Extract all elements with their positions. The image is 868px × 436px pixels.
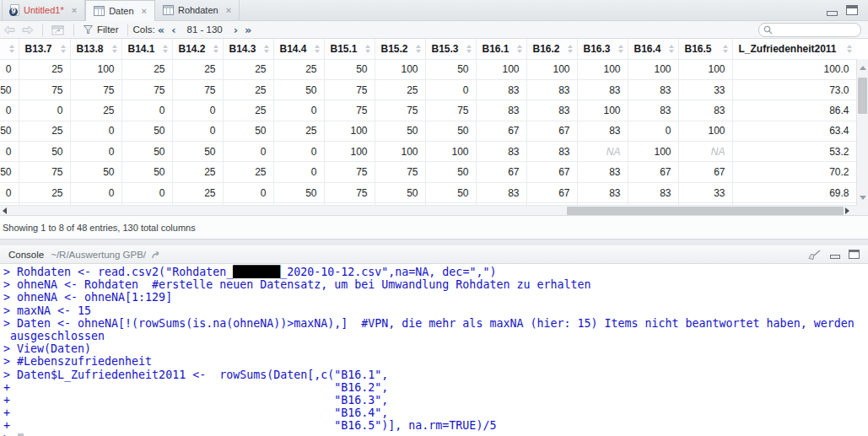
cell: 75 (324, 162, 375, 182)
scroll-right-icon[interactable] (845, 207, 849, 214)
console-line: > ohneNA <- Rohdaten #erstelle neuen Dat… (3, 278, 868, 291)
search-input[interactable] (775, 25, 853, 35)
column-header[interactable]: B14.3 (223, 39, 273, 59)
maximize-pane-icon[interactable] (846, 5, 858, 15)
cell: 0 (0, 59, 19, 79)
column-header[interactable]: L_Zufriedenheit2011 (732, 39, 856, 59)
scrollbar-corner (856, 205, 868, 215)
cell: 0 (223, 182, 273, 202)
cell: 100 (476, 59, 526, 79)
clear-console-broom-icon[interactable] (807, 249, 822, 261)
column-header[interactable]: B16.2 (526, 39, 577, 59)
cell: 100 (678, 121, 732, 141)
sort-icon (163, 45, 168, 53)
console-line: > Daten <- ohneNA[!(rowSums(is.na(ohneNA… (3, 317, 868, 330)
column-header[interactable]: B16.5 (678, 39, 732, 59)
console-prompt-line[interactable]: > (3, 432, 868, 436)
cell: 25 (19, 182, 70, 202)
minimize-console-icon[interactable] (830, 255, 840, 259)
first-cols-button[interactable]: « (155, 24, 167, 36)
cell: 100 (324, 121, 375, 141)
column-header[interactable]: B14.4 (273, 39, 324, 59)
scroll-left-icon[interactable] (3, 207, 7, 214)
cell: NA (678, 142, 732, 162)
tab-daten[interactable]: Daten × (85, 0, 155, 21)
console-line: + "B16.2", (3, 381, 868, 394)
column-header[interactable]: B13.8 (70, 39, 121, 59)
vertical-scrollbar[interactable] (856, 59, 868, 205)
cell: 83 (577, 79, 628, 100)
column-header[interactable]: B14.2 (172, 39, 223, 59)
console-line: > ohneNA <- ohneNA[1:129] (3, 291, 868, 304)
close-icon[interactable]: × (226, 5, 231, 15)
console-title: Console (8, 250, 44, 260)
column-header[interactable] (0, 39, 19, 59)
next-cols-button[interactable]: › (231, 24, 240, 36)
cols-range: 81 - 130 (187, 24, 223, 35)
column-header[interactable]: B15.1 (324, 39, 375, 59)
close-icon[interactable]: × (72, 5, 77, 15)
column-header[interactable]: B13.7 (19, 39, 70, 59)
search-box[interactable] (758, 23, 861, 37)
cell: 0 (273, 100, 324, 121)
column-header[interactable]: B16.1 (476, 39, 526, 59)
cell: 75 (19, 79, 70, 100)
column-header[interactable]: B16.3 (577, 39, 628, 59)
cell: NA (577, 142, 628, 162)
cell: 25 (19, 121, 70, 141)
prev-cols-button[interactable]: ‹ (169, 24, 178, 36)
data-grid-table: B13.7B13.8B14.1B14.2B14.3B14.4B15.1B15.2… (0, 39, 856, 205)
last-cols-button[interactable]: » (242, 24, 254, 36)
back-button[interactable] (0, 25, 19, 35)
console-line: + "B16.5")], na.rm=TRUE)/5 (3, 419, 868, 432)
minimize-pane-icon[interactable] (827, 11, 838, 16)
cell: 33 (678, 182, 732, 202)
vscroll-thumb[interactable] (858, 78, 867, 114)
editor-tab-bar: 9 Untitled1* × Daten × Rohdaten × (0, 0, 868, 21)
cell: 100 (628, 142, 678, 162)
cell: 0 (425, 79, 476, 100)
console-line: > Daten$L_Zufriedenheit2011 <- rowSums(D… (3, 369, 868, 381)
maximize-console-icon[interactable] (849, 250, 860, 259)
cell: 100.0 (732, 59, 856, 79)
sort-icon (264, 45, 269, 53)
cell: 0 (70, 121, 121, 141)
column-header[interactable]: B16.4 (628, 39, 678, 59)
cell: 100 (526, 59, 577, 79)
sort-icon (213, 45, 218, 53)
cell: 67 (628, 162, 678, 182)
cell: 67 (526, 121, 577, 141)
hscroll-thumb[interactable] (567, 207, 844, 215)
column-header[interactable]: B14.1 (121, 39, 172, 59)
open-folder-arrow-icon[interactable] (151, 250, 163, 260)
cell: 50 (425, 162, 476, 182)
close-icon[interactable]: × (142, 6, 147, 16)
scroll-up-icon[interactable] (860, 66, 866, 70)
cell: 50 (0, 121, 19, 141)
popout-window-icon (51, 24, 65, 35)
forward-button[interactable] (19, 25, 37, 35)
cell: 100 (375, 59, 425, 79)
tab-untitled1[interactable]: 9 Untitled1* × (2, 0, 85, 20)
cell: 25 (70, 100, 121, 121)
cell: 67 (476, 162, 526, 182)
cell: 75 (324, 79, 375, 100)
cell: 83 (678, 100, 732, 121)
column-header[interactable]: B15.2 (375, 39, 425, 59)
cell: 100 (577, 59, 628, 79)
scroll-down-icon[interactable] (860, 196, 866, 200)
console-output[interactable]: > Rohdaten <- read.csv2("Rohdaten_██████… (0, 264, 868, 436)
column-header[interactable]: B15.3 (425, 39, 476, 59)
tab-rohdaten[interactable]: Rohdaten × (155, 0, 240, 20)
filter-button[interactable]: Filter (79, 24, 122, 35)
cell: 50 (273, 182, 324, 202)
popout-button[interactable] (48, 24, 68, 35)
cell: 0 (70, 142, 121, 162)
cell: 25 (19, 59, 70, 79)
cell: 25 (375, 79, 425, 100)
table-row: 025100252525255010050100100100100100100.… (0, 59, 856, 79)
cell: 50 (172, 142, 223, 162)
data-table-icon (163, 5, 174, 15)
horizontal-scrollbar[interactable] (0, 205, 856, 215)
cell: 75 (70, 79, 121, 100)
